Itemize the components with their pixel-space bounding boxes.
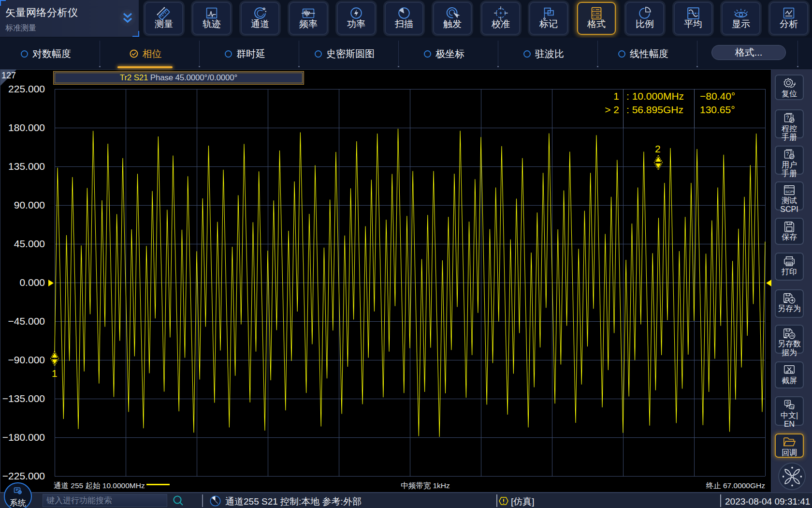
svg-text:SCPI: SCPI (785, 190, 794, 194)
svg-text:1: 1 (52, 368, 58, 379)
svg-text:En: En (790, 405, 795, 409)
svg-text:2: 2 (655, 143, 661, 154)
svg-text:H: H (790, 155, 793, 159)
svg-text:?: ? (786, 115, 789, 120)
svg-text:P: P (791, 119, 793, 123)
svg-text:?: ? (786, 151, 789, 157)
